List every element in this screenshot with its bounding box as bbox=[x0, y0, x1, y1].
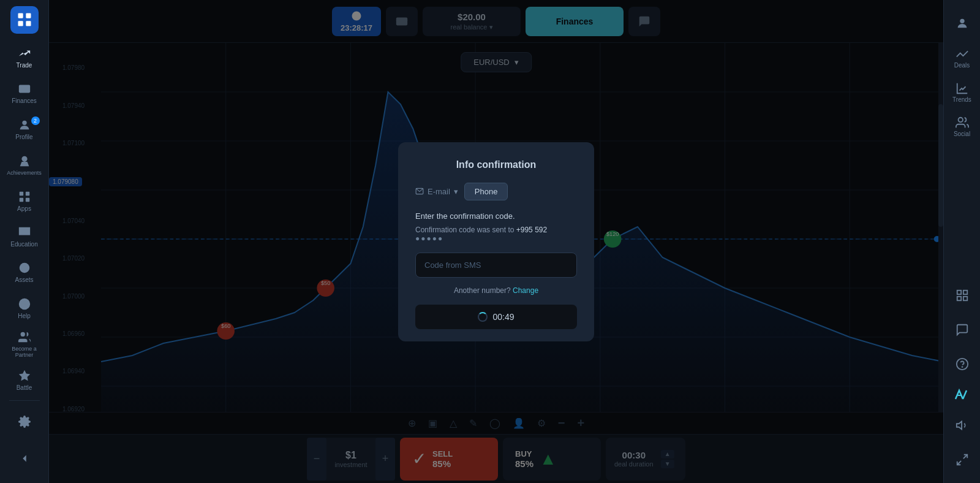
info-confirmation-modal: Info confirmation E-mail ▾ Phone Enter t… bbox=[398, 142, 594, 341]
right-sidebar: Deals Trends Social bbox=[943, 0, 980, 483]
modal-timer-bar: 00:49 bbox=[415, 305, 577, 329]
sidebar-item-finances[interactable]: Finances bbox=[3, 77, 46, 110]
settings-icon bbox=[18, 415, 31, 428]
brand-icon-button[interactable] bbox=[946, 381, 978, 408]
question-button[interactable] bbox=[946, 348, 978, 380]
trade-icon bbox=[18, 47, 31, 60]
modal-another-number: Another number? Change bbox=[415, 286, 577, 295]
email-tab-label: E-mail bbox=[428, 187, 450, 196]
volume-icon bbox=[956, 419, 969, 432]
right-sidebar-item-deals[interactable]: Deals bbox=[946, 42, 978, 74]
sidebar-item-trade[interactable]: Trade bbox=[3, 41, 46, 74]
svg-rect-10 bbox=[19, 197, 23, 201]
education-label: Education bbox=[10, 241, 37, 248]
email-icon bbox=[415, 187, 424, 196]
assets-icon bbox=[18, 261, 31, 275]
svg-rect-52 bbox=[963, 291, 967, 294]
sidebar-item-battle[interactable]: Battle bbox=[3, 363, 46, 397]
profile-badge: 2 bbox=[31, 116, 40, 125]
deals-icon bbox=[956, 47, 969, 61]
back-icon bbox=[18, 452, 31, 465]
volume-button[interactable] bbox=[946, 409, 978, 441]
apps-icon bbox=[18, 190, 31, 203]
trends-label: Trends bbox=[952, 96, 971, 103]
modal-phone-text: Confirmation code was sent to bbox=[415, 226, 514, 234]
svg-point-14 bbox=[24, 306, 24, 307]
phone-tab-label: Phone bbox=[475, 187, 498, 196]
right-sidebar-bottom bbox=[946, 278, 978, 477]
profile-icon bbox=[18, 118, 31, 132]
svg-point-50 bbox=[958, 117, 962, 121]
help-icon bbox=[18, 297, 31, 311]
partner-label: Become a Partner bbox=[3, 346, 46, 358]
deals-label: Deals bbox=[954, 62, 970, 69]
user-avatar-button[interactable] bbox=[946, 7, 978, 39]
svg-rect-51 bbox=[957, 291, 960, 294]
chat2-icon bbox=[956, 323, 969, 337]
svg-point-7 bbox=[21, 156, 27, 161]
sidebar-item-assets[interactable]: Assets bbox=[3, 256, 46, 289]
sidebar-item-profile[interactable]: Profile 2 bbox=[3, 113, 46, 146]
change-number-link[interactable]: Change bbox=[513, 286, 538, 295]
brand-icon bbox=[953, 386, 971, 404]
sidebar-item-partner[interactable]: Become a Partner bbox=[3, 327, 46, 360]
modal-overlay: Info confirmation E-mail ▾ Phone Enter t… bbox=[49, 0, 943, 483]
sidebar-item-apps[interactable]: Apps bbox=[3, 184, 46, 217]
education-icon bbox=[18, 226, 31, 239]
chat2-button[interactable] bbox=[946, 314, 978, 346]
right-sidebar-item-social[interactable]: Social bbox=[946, 110, 978, 142]
battle-icon bbox=[18, 369, 31, 382]
svg-rect-3 bbox=[26, 21, 31, 26]
svg-rect-4 bbox=[18, 85, 29, 93]
right-sidebar-item-trends[interactable]: Trends bbox=[946, 76, 978, 108]
svg-rect-8 bbox=[19, 191, 23, 195]
sidebar-item-settings[interactable] bbox=[3, 405, 46, 439]
sidebar-item-back[interactable] bbox=[3, 441, 46, 476]
social-icon bbox=[956, 116, 969, 129]
help-label: Help bbox=[18, 313, 31, 319]
modal-tab-phone[interactable]: Phone bbox=[464, 183, 508, 200]
modal-title: Info confirmation bbox=[415, 159, 577, 170]
modal-description: Enter the confirmation code. bbox=[415, 211, 577, 221]
left-sidebar: Trade Finances Profile 2 Achievements Ap… bbox=[0, 0, 49, 483]
sidebar-item-education[interactable]: Education bbox=[3, 220, 46, 253]
svg-rect-9 bbox=[25, 191, 29, 195]
sidebar-item-help[interactable]: Help bbox=[3, 292, 46, 325]
sidebar-divider bbox=[9, 400, 40, 401]
modal-phone-line: Confirmation code was sent to +995 592 ●… bbox=[415, 226, 577, 243]
achievements-label: Achievements bbox=[7, 170, 42, 176]
modal-timer-text: 00:49 bbox=[492, 312, 514, 322]
sidebar-item-achievements[interactable]: Achievements bbox=[3, 148, 46, 181]
apps-label: Apps bbox=[17, 205, 31, 212]
svg-point-6 bbox=[22, 120, 26, 124]
svg-rect-54 bbox=[963, 297, 967, 300]
modal-tab-email[interactable]: E-mail ▾ bbox=[415, 187, 458, 196]
svg-marker-58 bbox=[956, 422, 961, 430]
svg-rect-2 bbox=[18, 21, 23, 26]
question-icon bbox=[956, 357, 969, 371]
email-chevron-icon: ▾ bbox=[454, 187, 458, 196]
user-avatar-icon bbox=[956, 17, 969, 30]
svg-rect-0 bbox=[18, 13, 23, 18]
svg-point-56 bbox=[962, 367, 962, 367]
app-logo[interactable] bbox=[10, 6, 39, 34]
svg-point-49 bbox=[960, 19, 964, 23]
svg-rect-11 bbox=[25, 197, 29, 201]
finances-label: Finances bbox=[12, 97, 37, 104]
layout-icon bbox=[956, 289, 969, 302]
layout-button[interactable] bbox=[946, 280, 978, 311]
modal-phone-hidden: ●●●●● bbox=[415, 234, 443, 243]
trends-icon bbox=[956, 82, 969, 95]
expand-icon bbox=[956, 453, 969, 466]
svg-rect-1 bbox=[26, 13, 31, 18]
achievements-icon bbox=[18, 154, 31, 168]
assets-label: Assets bbox=[15, 276, 33, 283]
partner-icon bbox=[18, 330, 31, 344]
expand-button[interactable] bbox=[946, 444, 978, 476]
sidebar-bottom bbox=[3, 398, 46, 477]
trade-label: Trade bbox=[17, 62, 32, 69]
modal-phone-number: +995 592 bbox=[516, 226, 547, 234]
battle-label: Battle bbox=[17, 384, 32, 391]
sms-code-input[interactable] bbox=[415, 253, 577, 278]
svg-line-59 bbox=[963, 455, 967, 458]
